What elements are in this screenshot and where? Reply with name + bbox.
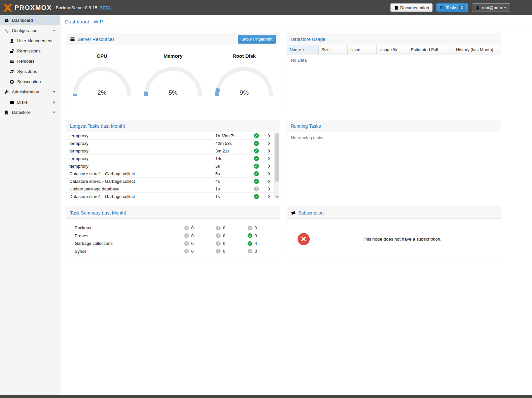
sidebar-item[interactable]: User Management	[0, 36, 60, 46]
scrollbar-thumb[interactable]	[275, 133, 279, 182]
ok-circle-icon	[248, 226, 252, 230]
ok-status-icon	[254, 156, 259, 161]
column-header[interactable]: Usage %	[377, 45, 408, 54]
documentation-button[interactable]: Documentation	[390, 3, 433, 12]
gears-icon	[4, 28, 9, 33]
running-tasks-header: Running Tasks	[287, 120, 501, 132]
warning-circle-icon	[216, 226, 221, 230]
sidebar-item-label: Administration	[12, 89, 39, 94]
tasks-button[interactable]: Tasks 0	[436, 3, 468, 12]
sidebar-item[interactable]: Dashboard	[0, 15, 60, 25]
user-label: root@pam	[482, 5, 502, 10]
error-circle-icon	[184, 241, 189, 246]
running-tasks-empty-text: No running tasks	[287, 132, 501, 144]
task-row[interactable]: Update package database 1s	[66, 185, 274, 193]
column-header-label: Size	[321, 47, 330, 52]
ok-count: 3	[255, 233, 257, 238]
chevron-right-icon[interactable]	[267, 180, 270, 183]
scroll-down-arrow-icon[interactable]	[276, 196, 278, 198]
server-icon	[70, 37, 75, 42]
column-header-label: Used	[350, 47, 360, 52]
task-summary-row: Syncs 0 0 0	[75, 248, 280, 255]
column-header[interactable]: Size	[319, 45, 348, 54]
warning-circle-icon	[216, 249, 221, 253]
chevron-right-icon[interactable]	[267, 157, 270, 160]
subscription-body: This node does not have a subscription.	[287, 219, 501, 259]
panel-title: Datastore Usage	[291, 37, 325, 42]
collapse-caret-icon[interactable]	[53, 30, 55, 31]
sidebar-item-label: Dashboard	[12, 18, 33, 23]
beta-link[interactable]: BETA	[99, 5, 111, 10]
sidebar-item[interactable]: Permissions	[0, 46, 60, 56]
datastore-usage-panel: Datastore Usage Name ↑ Size Used	[287, 33, 501, 113]
product-version: Backup Server 0.8-15	[56, 5, 97, 10]
column-header[interactable]: Used	[348, 45, 377, 54]
chevron-right-icon[interactable]	[267, 164, 270, 168]
server-resources-header: Server Resources Show Fingerprint	[66, 33, 280, 45]
user-icon	[476, 6, 480, 10]
task-summary-row: Backups 0 0 0	[75, 224, 280, 232]
task-row[interactable]: Datastore store1 - Garbage collect 1s	[66, 193, 274, 200]
hdd-icon	[10, 100, 14, 105]
collapse-caret-icon[interactable]	[53, 112, 55, 113]
page-title: Dashboard - WIP	[65, 19, 103, 24]
warning-circle-icon	[216, 241, 221, 246]
show-fingerprint-button[interactable]: Show Fingerprint	[238, 35, 276, 44]
task-row[interactable]: Datastore store1 - Garbage collect 4s	[66, 178, 274, 185]
server-resources-panel: Server Resources Show Fingerprint CPU 2%	[66, 33, 280, 113]
chevron-right-icon[interactable]	[267, 172, 270, 175]
dashboard-content: Server Resources Show Fingerprint CPU 2%	[61, 28, 532, 259]
task-row[interactable]: termproxy 1h 38m 7s	[66, 132, 274, 140]
chevron-right-icon[interactable]	[267, 195, 270, 198]
column-header-label: Estimated Full	[411, 47, 438, 52]
panel-title: Running Tasks	[291, 123, 321, 129]
support-icon	[10, 80, 14, 84]
task-type-label: Syncs	[75, 249, 184, 254]
user-menu-button[interactable]: root@pam	[472, 3, 510, 12]
error-count: 0	[191, 233, 194, 238]
unlock-icon	[10, 49, 14, 53]
error-circle-icon	[184, 249, 189, 253]
sidebar-item-label: Sync Jobs	[17, 69, 37, 74]
panel-title: Server Resources	[78, 37, 115, 42]
task-summary-header: Task Summary (last Month)	[66, 207, 280, 219]
proxmox-logo: PROXMOX	[3, 4, 52, 12]
task-summary-row: Prunes 0 0 3	[75, 232, 280, 240]
sidebar-item-label: Permissions	[17, 49, 41, 53]
gauge: Root Disk 9%	[209, 53, 280, 98]
datastore-empty-text: No Data	[287, 54, 501, 66]
sidebar-item[interactable]: Datastore	[0, 107, 60, 117]
chevron-right-icon[interactable]	[267, 149, 270, 152]
scrollbar[interactable]	[274, 132, 279, 199]
column-header[interactable]: Name ↑	[287, 45, 319, 54]
window-bottom-edge	[0, 395, 532, 398]
task-type-label: Prunes	[75, 233, 184, 238]
sidebar-item-label: Datastore	[12, 110, 30, 115]
column-header-label: Usage %	[379, 47, 397, 52]
task-row[interactable]: termproxy 42m 58s	[66, 140, 274, 147]
task-row[interactable]: termproxy 3m 21s	[66, 147, 274, 155]
sidebar-item[interactable]: Disks	[0, 97, 60, 107]
chevron-right-icon[interactable]	[267, 142, 270, 145]
task-duration: 1h 38m 7s	[215, 133, 250, 138]
sidebar-item[interactable]: Configuration	[0, 25, 60, 36]
column-header[interactable]: History (last Month)	[453, 45, 501, 54]
task-row[interactable]: termproxy 5s	[66, 162, 274, 170]
sidebar-item[interactable]: Sync Jobs	[0, 66, 60, 77]
gauge-label: CPU	[66, 53, 137, 59]
ok-circle-icon	[248, 241, 252, 246]
sidebar-item[interactable]: Subscription	[0, 77, 60, 87]
sidebar-item[interactable]: Remotes	[0, 56, 60, 66]
task-row[interactable]: Datastore store1 - Garbage collect 5s	[66, 170, 274, 178]
sidebar-item[interactable]: Administration	[0, 87, 60, 97]
warning-count: 0	[223, 233, 225, 238]
collapse-caret-icon[interactable]	[53, 91, 55, 93]
error-circle-icon	[184, 233, 189, 238]
chevron-right-icon[interactable]	[267, 187, 270, 190]
chevron-right-icon[interactable]	[267, 134, 270, 137]
expand-caret-icon[interactable]	[53, 101, 55, 104]
column-header[interactable]: Estimated Full	[408, 45, 453, 54]
task-duration: 4s	[215, 179, 250, 184]
running-tasks-panel: Running Tasks No running tasks	[287, 120, 501, 200]
task-row[interactable]: termproxy 14s	[66, 155, 274, 162]
